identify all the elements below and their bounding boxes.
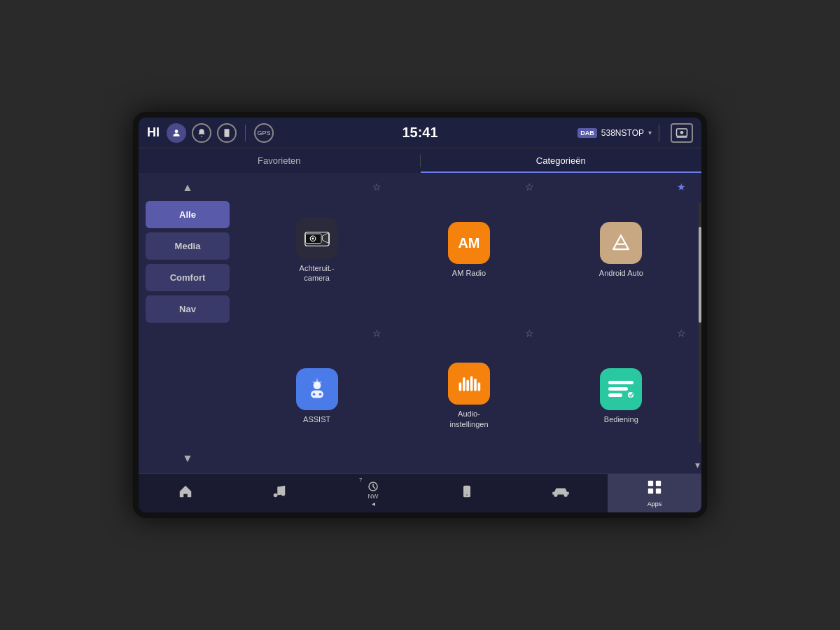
star-bediening[interactable]: ☆ xyxy=(677,328,686,339)
svg-rect-18 xyxy=(474,379,477,391)
home-icon xyxy=(178,484,193,503)
phone-icon[interactable] xyxy=(217,123,237,143)
svg-point-13 xyxy=(318,393,321,396)
sidebar: ▲ Alle Media Comfort Nav ▼ xyxy=(139,173,237,473)
svg-point-12 xyxy=(312,393,315,396)
tabs-bar: Favorieten Categorieën xyxy=(139,148,701,173)
nav-car[interactable] xyxy=(514,474,608,512)
apps-label: Apps xyxy=(648,500,662,507)
star-audio[interactable]: ☆ xyxy=(525,328,534,339)
clock: 15:41 xyxy=(402,125,438,141)
phone-nav-icon xyxy=(460,484,474,503)
app-icon-audio xyxy=(448,363,490,405)
scroll-bar xyxy=(699,203,701,443)
car-icon xyxy=(552,485,570,501)
greeting-text: HI xyxy=(147,125,160,140)
separator xyxy=(245,125,246,141)
separator-right xyxy=(659,125,659,141)
star-am-radio[interactable]: ☆ xyxy=(525,181,534,192)
svg-rect-31 xyxy=(648,480,653,485)
app-grid: ☆ Achteruit.-camera ☆ AM xyxy=(237,173,701,473)
notification-icon[interactable] xyxy=(192,123,211,143)
tab-favorieten[interactable]: Favorieten xyxy=(139,148,420,173)
nav-navigation[interactable]: 7 NW ◂ xyxy=(326,474,420,512)
svg-point-2 xyxy=(226,134,227,135)
sidebar-down-button[interactable]: ▼ xyxy=(179,449,196,468)
scroll-down-button[interactable]: ▾ xyxy=(695,459,700,470)
svg-rect-14 xyxy=(459,383,462,392)
nav-music[interactable] xyxy=(232,474,326,512)
star-android-auto[interactable]: ★ xyxy=(677,181,686,192)
star-achteruitcamera[interactable]: ☆ xyxy=(372,181,382,192)
app-label-android-auto: Android Auto xyxy=(599,268,643,278)
app-label-assist: ASSIST xyxy=(303,414,330,424)
svg-rect-34 xyxy=(656,488,661,493)
music-icon xyxy=(272,484,287,503)
nav-phone[interactable] xyxy=(420,474,514,512)
sidebar-up-button[interactable]: ▲ xyxy=(179,178,196,197)
svg-rect-21 xyxy=(608,387,628,391)
app-audio-instellingen[interactable]: ☆ Audio-instellingen xyxy=(396,326,542,467)
app-icon-android-auto xyxy=(600,222,642,264)
sidebar-item-media[interactable]: Media xyxy=(146,232,230,260)
radio-chevron: ▾ xyxy=(648,129,652,136)
app-label-am-radio: AM Radio xyxy=(452,268,486,278)
svg-point-30 xyxy=(564,493,568,497)
app-icon-bediening xyxy=(600,368,642,410)
svg-rect-33 xyxy=(648,488,653,493)
app-achteruitcamera[interactable]: ☆ Achteruit.-camera xyxy=(244,180,390,321)
app-android-auto[interactable]: ★ Android Auto xyxy=(548,180,694,321)
svg-rect-20 xyxy=(608,381,634,384)
app-bediening[interactable]: ☆ Bediening xyxy=(548,326,694,467)
svg-point-9 xyxy=(312,237,314,239)
nav-badge-text: 7 xyxy=(359,477,362,483)
svg-point-24 xyxy=(274,493,278,498)
svg-point-25 xyxy=(281,492,286,496)
star-assist[interactable]: ☆ xyxy=(372,328,382,339)
nav-compass: NW xyxy=(368,493,379,500)
dab-badge: DAB xyxy=(578,128,597,138)
radio-station: 538NSTOP xyxy=(601,128,644,138)
sidebar-item-nav[interactable]: Nav xyxy=(146,295,230,323)
status-bar: HI GPS 15:41 DAB 538NSTOP ▾ xyxy=(139,118,701,148)
app-icon-am-radio: AM xyxy=(448,222,490,264)
svg-rect-17 xyxy=(470,377,473,392)
bottom-nav: 7 NW ◂ xyxy=(139,473,701,512)
app-icon-assist xyxy=(296,368,338,410)
tab-categorieen[interactable]: Categorieën xyxy=(421,148,702,173)
svg-point-29 xyxy=(554,493,557,497)
app-label-bediening: Bediening xyxy=(604,414,638,424)
app-icon-achteruitcamera xyxy=(296,217,338,259)
app-label-achteruitcamera: Achteruit.-camera xyxy=(300,263,335,284)
apps-grid-icon xyxy=(647,479,662,498)
app-label-audio: Audio-instellingen xyxy=(449,409,488,429)
driver-monitor-icon[interactable] xyxy=(671,123,693,143)
profile-icon[interactable] xyxy=(167,123,186,143)
sidebar-item-alle[interactable]: Alle xyxy=(146,201,230,228)
svg-rect-32 xyxy=(656,480,661,485)
svg-rect-15 xyxy=(463,377,465,391)
infotainment-screen: HI GPS 15:41 DAB 538NSTOP ▾ Fav xyxy=(133,112,707,518)
sidebar-item-comfort[interactable]: Comfort xyxy=(146,264,230,291)
main-content: ▲ Alle Media Comfort Nav ▼ ☆ xyxy=(139,173,701,473)
nav-arrow: ◂ xyxy=(372,500,375,507)
svg-rect-19 xyxy=(478,383,481,392)
status-icons: GPS xyxy=(167,123,578,143)
svg-point-4 xyxy=(680,131,684,134)
nav-home[interactable] xyxy=(139,474,232,512)
svg-rect-16 xyxy=(466,380,469,391)
svg-point-0 xyxy=(175,130,178,133)
app-am-radio[interactable]: ☆ AM AM Radio xyxy=(396,180,542,321)
nav-apps[interactable]: Apps xyxy=(608,474,701,512)
radio-info[interactable]: DAB 538NSTOP ▾ xyxy=(578,128,652,138)
gps-icon[interactable]: GPS xyxy=(254,123,274,143)
svg-point-28 xyxy=(466,494,468,496)
scroll-thumb xyxy=(699,227,701,323)
app-assist[interactable]: ☆ ASSIST xyxy=(244,326,390,467)
svg-rect-22 xyxy=(608,393,622,397)
